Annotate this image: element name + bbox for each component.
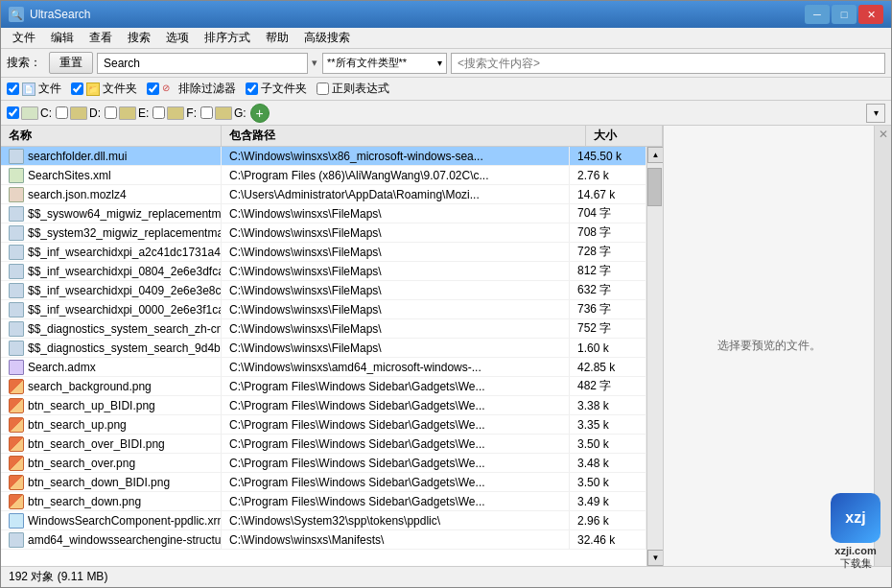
table-row[interactable]: $$_inf_wsearchidxpi_0804_2e6e3dfcaf9fcca… [1, 262, 646, 281]
scroll-track[interactable] [647, 163, 663, 550]
filter-exclude-checkbox[interactable] [147, 82, 159, 95]
header-path[interactable]: 包含路径 [222, 126, 586, 146]
scroll-down-button[interactable]: ▼ [647, 550, 663, 566]
drive-c[interactable]: C: [7, 106, 52, 120]
window-title: UltraSearch [30, 8, 805, 21]
table-row[interactable]: search.json.mozlz4C:\Users\Administrator… [1, 185, 646, 204]
table-row[interactable]: search_background.pngC:\Program Files\Wi… [1, 377, 646, 396]
drive-c-checkbox[interactable] [7, 106, 19, 119]
file-path-cell: C:\Program Files (x86)\AliWangWang\9.07.… [222, 166, 570, 184]
watermark-logo: xzj [831, 493, 880, 543]
toolbar: 搜索： 重置 ▾ **所有文件类型** [1, 49, 891, 78]
file-name: $$_diagnostics_system_search_9d4b5385ff8… [28, 341, 222, 355]
file-size-cell: 42.85 k [570, 358, 646, 376]
table-row[interactable]: $$_diagnostics_system_search_9d4b5385ff8… [1, 339, 646, 358]
main-content: 名称 包含路径 大小 searchfolder.dll.muiC:\Window… [1, 126, 891, 566]
file-name-cell: WindowsSearchComponent-ppdlic.xrm-ms [1, 511, 222, 529]
table-row[interactable]: $$_diagnostics_system_search_zh-cn_082f5… [1, 319, 646, 339]
filter-folder[interactable]: 📁 文件夹 [71, 81, 137, 97]
file-path-cell: C:\Program Files\Windows Sidebar\Gadgets… [222, 435, 570, 453]
table-row[interactable]: searchfolder.dll.muiC:\Windows\winsxs\x8… [1, 147, 646, 166]
drive-d[interactable]: D: [56, 106, 101, 120]
menu-search[interactable]: 搜索 [120, 28, 158, 48]
content-search-input[interactable] [451, 53, 885, 74]
file-name-cell: amd64_windowssearchengine-structuredquer… [1, 530, 222, 549]
drive-f[interactable]: F: [153, 106, 197, 120]
maximize-button[interactable]: □ [832, 5, 857, 24]
drive-f-checkbox[interactable] [153, 106, 165, 119]
file-size-cell: 1.60 k [570, 339, 646, 357]
filetype-dropdown[interactable]: **所有文件类型** [322, 53, 447, 74]
filter-file-checkbox[interactable] [7, 82, 19, 95]
menu-options[interactable]: 选项 [158, 28, 197, 48]
file-name: btn_search_over_BIDI.png [28, 437, 165, 451]
filter-file[interactable]: 📄 文件 [7, 81, 61, 97]
scroll-up-button[interactable]: ▲ [647, 147, 663, 163]
file-name: amd64_windowssearchengine-structuredquer… [28, 533, 222, 547]
header-name[interactable]: 名称 [1, 126, 222, 146]
minimize-button[interactable]: ─ [805, 5, 830, 24]
filter-regex[interactable]: 正则表达式 [317, 81, 389, 97]
add-drive-button[interactable]: + [250, 104, 270, 123]
filter-folder-checkbox[interactable] [71, 82, 83, 95]
menu-advanced-search[interactable]: 高级搜索 [296, 28, 358, 48]
file-type-icon [9, 417, 24, 433]
filter-subfolder-checkbox[interactable] [246, 82, 258, 95]
table-row[interactable]: btn_search_up_BIDI.pngC:\Program Files\W… [1, 396, 646, 415]
filter-exclude[interactable]: ⊘ 排除过滤器 [147, 81, 236, 97]
table-row[interactable]: SearchSites.xmlC:\Program Files (x86)\Al… [1, 166, 646, 185]
drive-e[interactable]: E: [105, 106, 149, 120]
menu-view[interactable]: 查看 [82, 28, 120, 48]
file-path-cell: C:\Program Files\Windows Sidebar\Gadgets… [222, 492, 570, 510]
file-name: $$_inf_wsearchidxpi_0409_2e6e3e8caf9fcb6… [28, 284, 222, 297]
table-row[interactable]: btn_search_up.pngC:\Program Files\Window… [1, 415, 646, 435]
table-row[interactable]: btn_search_down_BIDI.pngC:\Program Files… [1, 473, 646, 492]
file-name-cell: SearchSites.xml [1, 166, 222, 184]
file-size-cell: 3.35 k [570, 415, 646, 434]
table-row[interactable]: $$_syswow64_migwiz_replacementmanifests_… [1, 204, 646, 223]
side-close-button[interactable]: ✕ [875, 126, 891, 143]
table-row[interactable]: btn_search_over.pngC:\Program Files\Wind… [1, 454, 646, 473]
filter-subfolder[interactable]: 子文件夹 [246, 81, 307, 97]
file-size-cell: 3.38 k [570, 396, 646, 414]
table-row[interactable]: amd64_windowssearchengine-structuredquer… [1, 530, 646, 550]
file-name: $$_inf_wsearchidxpi_0804_2e6e3dfcaf9fcca… [28, 265, 222, 278]
search-input[interactable] [97, 53, 308, 74]
file-path-cell: C:\Windows\winsxs\FileMaps\ [222, 223, 570, 242]
drive-e-checkbox[interactable] [105, 106, 117, 119]
scrollbar[interactable]: ▲ ▼ [646, 147, 663, 566]
drive-dropdown-button[interactable]: ▾ [866, 104, 885, 123]
scroll-thumb[interactable] [647, 168, 662, 206]
header-size[interactable]: 大小 [586, 126, 663, 146]
reset-button[interactable]: 重置 [49, 52, 93, 74]
table-row[interactable]: $$_inf_wsearchidxpi_0409_2e6e3e8caf9fcb6… [1, 281, 646, 300]
filter-regex-checkbox[interactable] [317, 82, 329, 95]
table-row[interactable]: $$_inf_wsearchidxpi_0000_2e6e3f1caf9fca2… [1, 300, 646, 319]
file-type-icon [9, 360, 24, 375]
menu-help[interactable]: 帮助 [258, 28, 296, 48]
watermark-site: xzji.com [834, 545, 876, 556]
table-row[interactable]: Search.admxC:\Windows\winsxs\amd64_micro… [1, 358, 646, 377]
table-row[interactable]: btn_search_over_BIDI.pngC:\Program Files… [1, 435, 646, 454]
file-name-cell: btn_search_down.png [1, 492, 222, 510]
file-size-cell: 2.96 k [570, 511, 646, 529]
table-row[interactable]: $$_system32_migwiz_replacementmanifests_… [1, 223, 646, 243]
menu-file[interactable]: 文件 [5, 28, 43, 48]
close-button[interactable]: ✕ [858, 5, 883, 24]
file-path-cell: C:\Windows\winsxs\FileMaps\ [222, 281, 570, 299]
table-row[interactable]: $$_inf_wsearchidxpi_a2c41dc1731a4204.cdf… [1, 243, 646, 262]
file-name-cell: search.json.mozlz4 [1, 185, 222, 203]
table-row[interactable]: btn_search_down.pngC:\Program Files\Wind… [1, 492, 646, 511]
table-row[interactable]: WindowsSearchComponent-ppdlic.xrm-msC:\W… [1, 511, 646, 530]
drive-g-checkbox[interactable] [200, 106, 213, 119]
menu-edit[interactable]: 编辑 [43, 28, 82, 48]
status-text: 192 对象 (9.11 MB) [9, 569, 107, 585]
app-icon: 🔍 [9, 7, 24, 22]
preview-message: 选择要预览的文件。 [717, 338, 821, 354]
file-name: btn_search_down_BIDI.png [28, 476, 170, 489]
drive-g[interactable]: G: [200, 106, 246, 120]
menu-sort[interactable]: 排序方式 [197, 28, 258, 48]
file-name-cell: btn_search_over.png [1, 454, 222, 472]
drive-d-checkbox[interactable] [56, 106, 68, 119]
file-name-cell: $$_inf_wsearchidxpi_0804_2e6e3dfcaf9fcca… [1, 262, 222, 280]
